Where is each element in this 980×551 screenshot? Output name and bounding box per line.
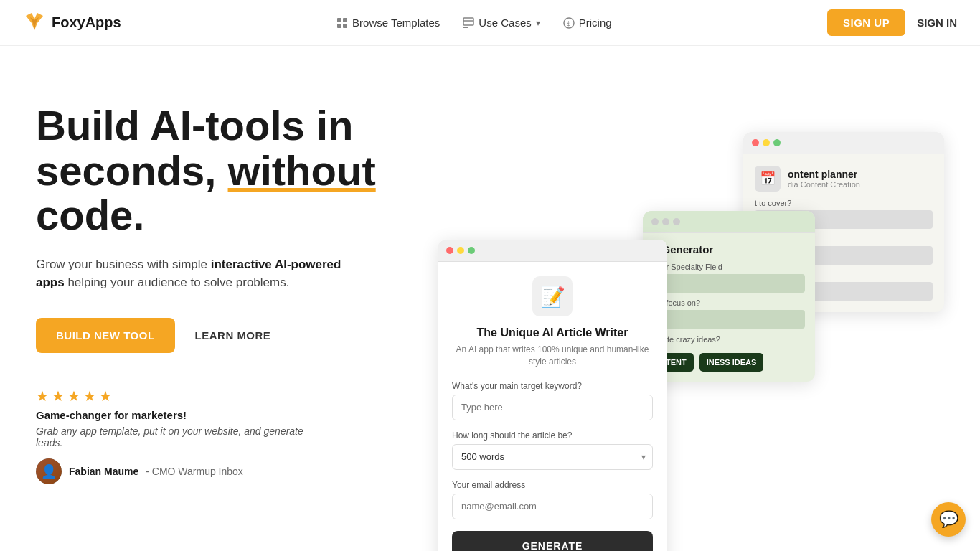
article-writer-title: The Unique AI Article Writer [452,326,653,339]
hero-subtext-bold: interactive AI-powered apps [36,258,341,290]
chat-bubble[interactable]: 💬 [931,502,966,537]
dot3 [673,218,680,225]
chevron-down-icon: ▾ [536,18,540,28]
star-3: ★ [67,387,80,405]
hero-subtext: Grow your business with simple interacti… [36,255,366,292]
brand-name: FoxyApps [52,14,121,31]
keyword-input[interactable] [452,395,653,420]
specialty-input[interactable] [653,274,805,293]
reviewer-role: - CMO Warmup Inbox [146,466,243,477]
card-titlebar [743,132,944,154]
article-writer-icon: 📝 [532,276,573,316]
keyword-label: What's your main target keyword? [452,381,653,391]
svg-text:$: $ [567,20,570,27]
use-cases-label: Use Cases [479,17,531,29]
article-writer-card: 📝 The Unique AI Article Writer An AI app… [438,240,667,551]
star-4: ★ [83,387,96,405]
nav-links: Browse Templates Use Cases ▾ $ Pricing [336,17,612,29]
crazy-ideas-label: te crazy ideas? [667,335,720,344]
hero-left: Build AI-tools in seconds, without code.… [36,89,409,484]
field1-label: t to cover? [755,199,933,207]
avatar: 👤 [36,458,62,484]
dot-r [446,247,453,254]
logo[interactable]: FoxyApps [23,11,121,34]
layout-icon [463,17,474,29]
email-input[interactable] [452,494,653,519]
star-rating: ★ ★ ★ ★ ★ [36,387,409,405]
grid-icon [336,17,348,29]
dot-y [457,247,464,254]
hero-section: Build AI-tools in seconds, without code.… [0,46,980,551]
content-planner-sub: dia Content Creation [788,180,860,189]
generator-title: s Generator [653,243,805,255]
browse-templates-label: Browse Templates [352,17,440,29]
reviewer-info: 👤 Fabian Maume - CMO Warmup Inbox [36,458,409,484]
avatar-image: 👤 [36,458,62,484]
hero-buttons: BUILD NEW TOOL LEARN MORE [36,318,409,353]
navbar-actions: SIGN UP SIGN IN [827,9,957,36]
specialty-label: Your Specialty Field [653,263,805,271]
dot1 [651,218,659,225]
length-select[interactable]: 500 words 1000 words 1500 words 2000 wor… [452,444,653,470]
email-label: Your email address [452,480,653,490]
focus-label: t to focus on? [653,298,805,307]
svg-rect-4 [337,24,341,28]
hero-headline: Build AI-tools in seconds, without code. [36,103,409,238]
pricing-link[interactable]: $ Pricing [563,17,612,29]
card-main-titlebar [438,240,667,262]
dot-yellow [763,139,770,146]
fox-icon [23,11,46,34]
dot-red [752,139,759,146]
signup-button[interactable]: SIGN UP [827,9,905,36]
content-planner-icon: 📅 [755,166,781,192]
svg-rect-6 [463,18,473,25]
review-title: Game-changer for marketers! [36,409,409,421]
length-label: How long should the article be? [452,430,653,441]
pricing-label: Pricing [579,17,612,29]
reviewer-name: Fabian Maume [69,466,138,477]
card-mid-titlebar [643,211,815,233]
card-mid-body: s Generator Your Specialty Field t to fo… [643,233,815,382]
focus-input[interactable] [653,310,805,329]
business-ideas-button[interactable]: INESS IDEAS [699,353,764,372]
svg-rect-8 [463,27,468,28]
business-ideas-card: s Generator Your Specialty Field t to fo… [643,211,815,382]
hero-right-mockups: 📅 ontent planner dia Content Creation t … [409,89,944,551]
review-text: Grab any app template, put it on your we… [36,425,323,448]
headline-underline-word: without [228,147,376,194]
generate-button[interactable]: GENERATE [452,531,653,551]
dot-g [468,247,475,254]
use-cases-link[interactable]: Use Cases ▾ [463,17,540,29]
chat-icon: 💬 [939,510,958,529]
svg-rect-5 [343,24,347,28]
svg-rect-2 [337,18,341,22]
navbar: FoxyApps Browse Templates Use Cases ▾ $ … [0,0,980,46]
star-2: ★ [52,387,65,405]
star-1: ★ [36,387,49,405]
article-writer-desc: An AI app that writes 100% unique and hu… [452,344,653,368]
build-new-tool-button[interactable]: BUILD NEW TOOL [36,318,175,353]
dot-green [773,139,781,146]
dot2 [662,218,669,225]
card-main-body: 📝 The Unique AI Article Writer An AI app… [438,262,667,551]
learn-more-button[interactable]: LEARN MORE [195,329,271,342]
svg-rect-3 [343,18,347,22]
signin-button[interactable]: SIGN IN [917,17,957,29]
star-5: ★ [99,387,112,405]
browse-templates-link[interactable]: Browse Templates [336,17,440,29]
hero-review: ★ ★ ★ ★ ★ Game-changer for marketers! Gr… [36,387,409,484]
pricing-icon: $ [563,17,575,29]
content-planner-title: ontent planner [788,169,860,180]
